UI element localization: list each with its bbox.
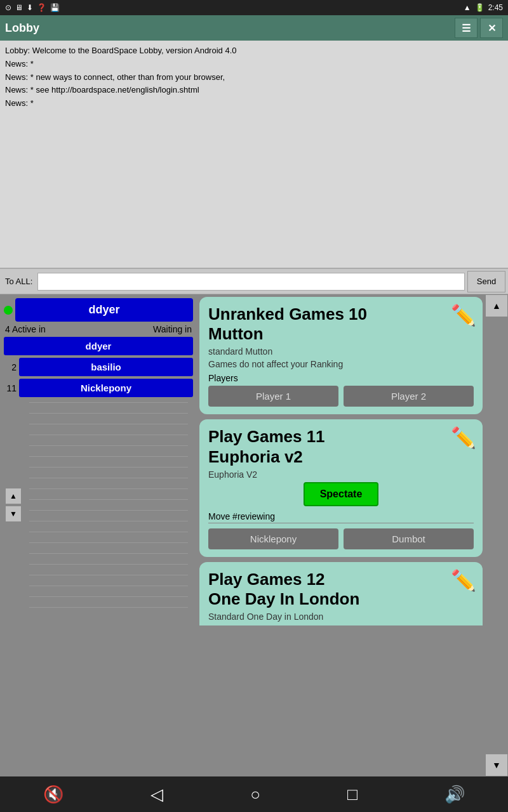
title-bar: Lobby ☰ ✕ — [0, 15, 508, 41]
game-icon-10: ✏️ — [451, 303, 476, 327]
scroll-line — [29, 478, 188, 478]
news-area: Lobby: Welcome to the BoardSpace Lobby, … — [0, 41, 508, 269]
close-button[interactable]: ✕ — [480, 18, 503, 38]
menu-button[interactable]: ☰ — [455, 18, 478, 38]
back-button[interactable]: ◁ — [140, 780, 173, 809]
volume-off-button[interactable]: 🔇 — [33, 780, 74, 809]
game-icon-11: ✏️ — [451, 426, 476, 450]
scroll-line — [29, 402, 188, 403]
volume-on-button[interactable]: 🔊 — [434, 780, 475, 809]
player-item-basilio[interactable]: basilio — [19, 358, 193, 376]
player1-button-10[interactable]: Player 1 — [208, 386, 338, 407]
storage-icon: 💾 — [50, 3, 60, 12]
game-card-subtitle-10: standard Mutton — [208, 346, 474, 357]
active-waiting-bar: 4 Active in Waiting in — [0, 322, 197, 337]
wifi-icon: ▲ — [464, 3, 471, 12]
right-panel: ▲ ✏️ Unranked Games 10Mutton standard Mu… — [197, 294, 508, 776]
left-scroll-down-button[interactable]: ▼ — [5, 506, 22, 522]
scroll-line — [29, 510, 188, 511]
left-scroll-up-button[interactable]: ▲ — [5, 488, 22, 504]
battery-icon: 🔋 — [475, 3, 485, 12]
player2-button-11[interactable]: Dumbot — [344, 528, 474, 549]
download-icon: ⬇ — [27, 3, 33, 12]
game-card-title-10: Unranked Games 10Mutton — [208, 304, 474, 344]
scroll-line — [29, 445, 188, 446]
scroll-line — [29, 607, 188, 608]
waiting-label: Waiting in — [153, 324, 192, 334]
right-scroll-down-button[interactable]: ▼ — [485, 754, 508, 776]
scroll-line — [29, 413, 188, 414]
clock: 2:45 — [488, 3, 503, 12]
online-indicator — [4, 306, 13, 315]
main-content: ddyer 4 Active in Waiting in ddyer 2 bas… — [0, 294, 508, 776]
move-reviewing-11: Move #reviewing — [208, 511, 474, 523]
scroll-line — [29, 467, 188, 468]
game-icon-12: ✏️ — [451, 568, 476, 593]
news-line: News: * see http://boardspace.net/englis… — [5, 84, 503, 97]
game-card-note-10: Games do not affect your Ranking — [208, 359, 474, 369]
player-item-nicklepony[interactable]: Nicklepony — [19, 379, 193, 397]
scroll-line — [29, 424, 188, 424]
player-buttons-11: Nicklepony Dumbot — [208, 528, 474, 549]
chat-input[interactable] — [37, 273, 465, 291]
left-panel: ddyer 4 Active in Waiting in ddyer 2 bas… — [0, 294, 197, 776]
user-header[interactable]: ddyer — [15, 298, 193, 322]
row-num-11: 11 — [4, 383, 17, 393]
players-label-10: Players — [208, 373, 474, 383]
app-title: Lobby — [5, 22, 452, 35]
scroll-line — [29, 499, 188, 500]
player2-button-10[interactable]: Player 2 — [344, 386, 474, 407]
game-card-10: ✏️ Unranked Games 10Mutton standard Mutt… — [199, 297, 483, 414]
chat-bar: To ALL: Send — [0, 269, 508, 294]
app-icon: ⊙ — [5, 3, 11, 12]
scroll-line — [29, 564, 188, 565]
player-row-basilio: 2 basilio — [4, 358, 193, 376]
scroll-line — [29, 553, 188, 554]
player-row-nicklepony: 11 Nicklepony — [4, 379, 193, 397]
home-button[interactable]: ○ — [240, 780, 271, 809]
player-item-ddyer[interactable]: ddyer — [4, 337, 193, 355]
right-scroll-up-button[interactable]: ▲ — [485, 294, 508, 317]
player-buttons-10: Player 1 Player 2 — [208, 386, 474, 407]
scroll-line — [29, 435, 188, 435]
send-button[interactable]: Send — [467, 271, 505, 292]
player-list: ddyer 2 basilio 11 Nicklepony — [0, 337, 197, 397]
news-line: News: * — [5, 58, 503, 71]
scroll-line — [29, 532, 188, 532]
scroll-line — [29, 456, 188, 457]
active-count: 4 Active in — [5, 324, 46, 334]
monitor-icon: 🖥 — [15, 3, 23, 12]
status-icons-right: ▲ 🔋 2:45 — [464, 3, 503, 12]
status-icons-left: ⊙ 🖥 ⬇ ❓ 💾 — [5, 3, 60, 12]
scroll-line — [29, 575, 188, 575]
game-card-subtitle-12: Standard One Day in London — [208, 612, 474, 622]
recents-button[interactable]: □ — [337, 780, 368, 809]
scroll-line — [29, 596, 188, 597]
game-card-title-11: Play Games 11Euphoria v2 — [208, 427, 474, 466]
status-bar: ⊙ 🖥 ⬇ ❓ 💾 ▲ 🔋 2:45 — [0, 0, 508, 15]
game-card-title-12: Play Games 12One Day In London — [208, 570, 474, 609]
game-card-11: ✏️ Play Games 11Euphoria v2 Euphoria V2 … — [199, 419, 483, 556]
player1-button-11[interactable]: Nicklepony — [208, 528, 338, 549]
news-line: Lobby: Welcome to the BoardSpace Lobby, … — [5, 44, 503, 58]
game-card-subtitle-11: Euphoria V2 — [208, 469, 474, 480]
help-icon: ❓ — [37, 3, 46, 12]
news-line: News: * new ways to connect, other than … — [5, 71, 503, 84]
scroll-line — [29, 586, 188, 586]
row-num-2: 2 — [4, 362, 17, 372]
bottom-nav: 🔇 ◁ ○ □ 🔊 — [0, 776, 508, 812]
scroll-line — [29, 521, 188, 521]
spectate-button-11[interactable]: Spectate — [304, 482, 379, 506]
chat-recipient-label: To ALL: — [0, 277, 37, 286]
scroll-line — [29, 488, 188, 489]
game-cards-list: ✏️ Unranked Games 10Mutton standard Mutt… — [197, 294, 483, 776]
scroll-line — [29, 542, 188, 543]
game-card-12: ✏️ Play Games 12One Day In London Standa… — [199, 562, 483, 625]
news-line: News: * — [5, 97, 503, 110]
